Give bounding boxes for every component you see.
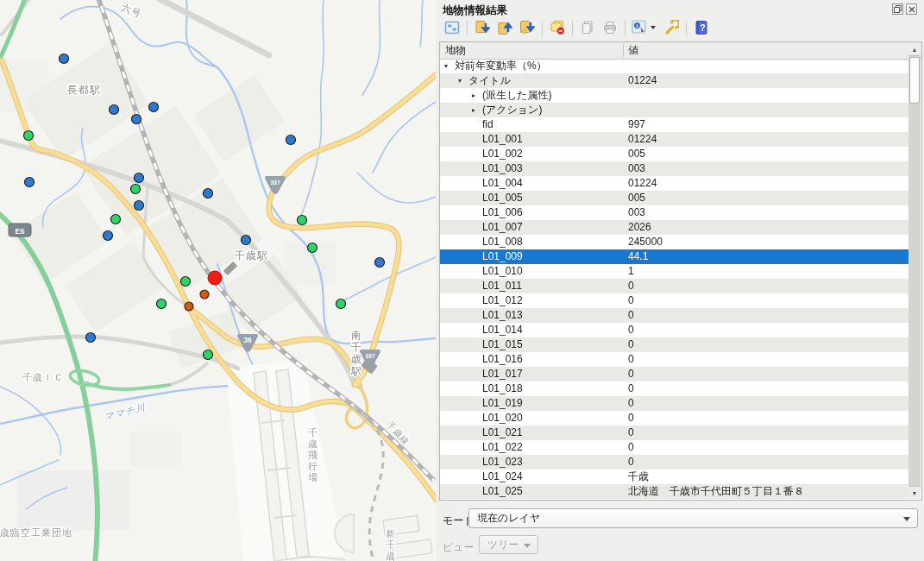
feature-row[interactable]: L01_0190 — [440, 396, 908, 411]
feature-row[interactable]: L01_025北海道 千歳市千代田町５丁目１番８ — [440, 484, 908, 499]
feature-row[interactable]: ▾対前年変動率（%） — [440, 59, 908, 73]
column-header-feature[interactable]: 地物 — [445, 42, 466, 59]
feature-cell-name: L01_020 — [482, 411, 523, 425]
feature-table-header[interactable]: 地物 値 — [440, 42, 921, 60]
copy-feature-button[interactable] — [577, 17, 598, 38]
collapse-all-button[interactable] — [494, 17, 515, 38]
feature-row[interactable]: L01_024千歳 — [440, 470, 908, 484]
feature-row[interactable]: L01_0210 — [440, 425, 908, 440]
map-point-green[interactable] — [308, 243, 317, 253]
map-point-selected-red[interactable] — [208, 271, 222, 285]
panel-title: 地物情報結果 — [443, 3, 507, 18]
map-point-blue[interactable] — [149, 103, 159, 112]
feature-row[interactable]: ▸(アクション) — [440, 103, 908, 117]
feature-cell-value: 0 — [628, 293, 634, 308]
expand-new-results-button[interactable] — [517, 17, 537, 38]
clear-results-button[interactable] — [547, 17, 568, 38]
map-point-green[interactable] — [157, 299, 167, 309]
map-point-blue[interactable] — [204, 189, 213, 199]
map-point-blue[interactable] — [242, 236, 251, 245]
collapse-arrow-icon[interactable]: ▾ — [444, 59, 448, 73]
feature-row[interactable]: L01_00401224 — [440, 176, 908, 191]
scrollbar-thumb[interactable] — [909, 57, 920, 104]
help-button[interactable]: ? — [691, 17, 712, 38]
settings-button[interactable] — [661, 17, 682, 38]
feature-cell-name: L01_023 — [482, 455, 523, 470]
map-point-blue[interactable] — [135, 173, 144, 183]
feature-row[interactable]: L01_002005 — [440, 147, 908, 161]
feature-row[interactable]: L01_0160 — [440, 352, 908, 367]
feature-row[interactable]: L01_0230 — [440, 455, 908, 470]
map-view[interactable]: E536337337 六号長都駅千歳駅南千歳駅千歳ＩＣママチ川千歳線千歳飛行場新… — [0, 0, 436, 561]
map-point-blue[interactable] — [132, 115, 141, 124]
feature-cell-value: 003 — [628, 161, 645, 176]
feature-row[interactable]: L01_0140 — [440, 323, 908, 337]
feature-row[interactable]: L01_0200 — [440, 411, 908, 425]
expand-new-results-icon — [519, 20, 535, 35]
close-panel-button[interactable] — [906, 3, 917, 15]
view-combobox[interactable]: ツリー — [479, 535, 538, 554]
map-point-blue[interactable] — [375, 258, 385, 268]
print-button[interactable] — [600, 17, 620, 38]
feature-row[interactable]: L01_0101 — [440, 264, 908, 279]
feature-row[interactable]: ▸(派生した属性) — [440, 88, 908, 103]
map-point-green[interactable] — [111, 215, 121, 224]
feature-row[interactable]: L01_006003 — [440, 205, 908, 220]
feature-row[interactable]: L01_00944.1 — [440, 249, 908, 264]
map-label: 千歳臨空工業団地 — [0, 527, 72, 538]
map-point-green[interactable] — [24, 131, 34, 141]
mode-combobox[interactable]: 現在のレイヤ — [468, 508, 918, 528]
feature-row[interactable]: L01_0170 — [440, 367, 908, 381]
map-point-orange[interactable] — [200, 290, 209, 299]
collapse-arrow-icon[interactable]: ▾ — [458, 73, 462, 88]
feature-cell-name: L01_022 — [482, 440, 523, 455]
feature-row[interactable]: L01_0120 — [440, 293, 908, 308]
feature-cell-name: L01_019 — [482, 396, 523, 411]
feature-cell-name: L01_015 — [482, 337, 523, 352]
map-point-green[interactable] — [131, 185, 141, 194]
map-point-green[interactable] — [336, 299, 346, 309]
scrollbar-up-arrow[interactable]: ▲ — [908, 43, 921, 56]
feature-cell-name: L01_007 — [482, 220, 523, 235]
map-point-blue[interactable] — [60, 54, 69, 64]
map-point-blue[interactable] — [86, 333, 96, 343]
feature-row[interactable]: L01_008245000 — [440, 235, 908, 249]
expand-arrow-icon[interactable]: ▸ — [472, 103, 475, 117]
vertical-scrollbar[interactable]: ▲ ▼ — [908, 43, 921, 499]
map-point-blue[interactable] — [25, 178, 35, 187]
map-point-orange[interactable] — [185, 302, 193, 311]
feature-row[interactable]: L01_0130 — [440, 308, 908, 323]
feature-row[interactable]: L01_00101224 — [440, 132, 908, 147]
feature-row[interactable]: L01_0110 — [440, 279, 908, 293]
feature-row[interactable]: L01_0072026 — [440, 220, 908, 235]
map-point-green[interactable] — [204, 350, 213, 360]
feature-row[interactable]: L01_005005 — [440, 191, 908, 205]
map-point-green[interactable] — [298, 216, 307, 225]
scrollbar-down-arrow[interactable]: ▼ — [908, 486, 921, 499]
feature-cell-value: 0 — [628, 425, 634, 440]
expand-arrow-icon[interactable]: ▸ — [472, 88, 475, 103]
mode-value: 現在のレイヤ — [477, 512, 540, 524]
feature-cell-value: 千歳 — [628, 470, 649, 484]
expand-all-button[interactable] — [472, 17, 493, 38]
map-point-blue[interactable] — [286, 136, 296, 145]
toolbar-separator — [572, 21, 573, 35]
column-divider[interactable] — [623, 44, 624, 57]
identify-mode-button[interactable]: i — [630, 17, 659, 38]
feature-cell-name: fid — [482, 117, 493, 132]
feature-row[interactable]: fid997 — [440, 117, 908, 132]
open-form-button[interactable] — [442, 17, 462, 38]
map-canvas[interactable]: E536337337 六号長都駅千歳駅南千歳駅千歳ＩＣママチ川千歳線千歳飛行場新… — [0, 0, 436, 561]
feature-row[interactable]: L01_0180 — [440, 381, 908, 396]
feature-row[interactable]: L01_0220 — [440, 440, 908, 455]
feature-row[interactable]: L01_0150 — [440, 337, 908, 352]
feature-row[interactable]: ▾タイトル01224 — [440, 73, 908, 88]
map-point-blue[interactable] — [104, 231, 113, 241]
map-point-green[interactable] — [181, 277, 191, 287]
float-panel-button[interactable] — [892, 3, 903, 15]
feature-row[interactable]: L01_003003 — [440, 161, 908, 176]
feature-cell-value: 0 — [628, 381, 634, 396]
map-point-blue[interactable] — [135, 201, 144, 211]
map-point-blue[interactable] — [110, 105, 119, 115]
column-header-value[interactable]: 値 — [628, 42, 638, 59]
